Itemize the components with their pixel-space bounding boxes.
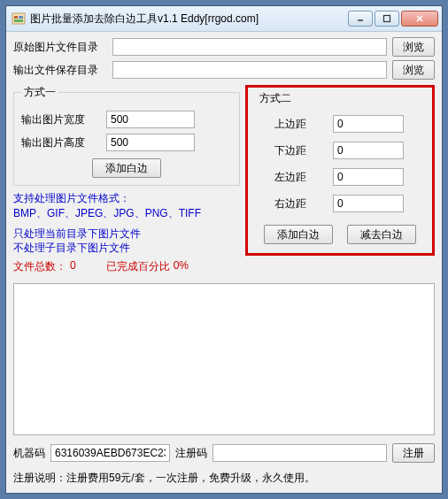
browse-output-button[interactable]: 浏览 — [392, 60, 435, 80]
supported-formats: 支持处理图片文件格式： BMP、GIF、JPEG、JPG、PNG、TIFF — [13, 191, 240, 221]
stats-row: 文件总数： 0 已完成百分比 0% — [13, 259, 240, 274]
method2-highlight-box: 方式二 上边距 下边距 左边距 右边距 — [245, 85, 435, 256]
titlebar: 图片批量添加去除白边工具v1.1 Eddy[rrgod.com] — [6, 6, 442, 32]
output-dir-input[interactable] — [112, 61, 387, 79]
bottom-margin-input[interactable] — [333, 142, 404, 159]
output-dir-row: 输出文件保存目录 浏览 — [13, 60, 435, 80]
out-width-label: 输出图片宽度 — [21, 112, 101, 127]
out-width-input[interactable] — [106, 111, 195, 128]
reg-code-label: 注册码 — [175, 446, 207, 461]
method1-add-border-button[interactable]: 添加白边 — [92, 158, 161, 178]
file-total-value: 0 — [70, 259, 76, 274]
method2-group: 方式二 上边距 下边距 左边距 右边距 — [251, 91, 429, 250]
svg-rect-5 — [384, 16, 390, 22]
note-line2: 不处理子目录下图片文件 — [13, 241, 240, 256]
maximize-button[interactable] — [375, 11, 399, 27]
left-margin-label: 左边距 — [274, 170, 328, 185]
support-line2: BMP、GIF、JPEG、JPG、PNG、TIFF — [13, 206, 240, 221]
registration-row: 机器码 注册码 注册 — [13, 443, 435, 463]
log-area — [13, 283, 435, 435]
method2-add-border-button[interactable]: 添加白边 — [264, 225, 333, 244]
registration-note: 注册说明：注册费用59元/套，一次注册，免费升级，永久使用。 — [13, 471, 435, 486]
right-margin-input[interactable] — [333, 195, 404, 212]
app-window: 图片批量添加去除白边工具v1.1 Eddy[rrgod.com] 原始图片文件目… — [5, 5, 443, 494]
done-pct-value: 0% — [174, 259, 189, 274]
right-margin-label: 右边距 — [274, 196, 328, 211]
svg-rect-1 — [14, 16, 18, 19]
processing-note: 只处理当前目录下图片文件 不处理子目录下图片文件 — [13, 226, 240, 257]
top-margin-label: 上边距 — [274, 117, 328, 132]
note-line1: 只处理当前目录下图片文件 — [13, 226, 240, 242]
reg-code-input[interactable] — [212, 444, 387, 462]
method1-legend: 方式一 — [21, 85, 58, 100]
support-line1: 支持处理图片文件格式： — [13, 191, 240, 206]
out-height-input[interactable] — [106, 134, 195, 151]
client-area: 原始图片文件目录 浏览 输出文件保存目录 浏览 方式一 输出图片宽度 输出图片高… — [6, 32, 442, 493]
output-dir-label: 输出文件保存目录 — [13, 63, 107, 78]
file-total-label: 文件总数： — [13, 259, 66, 274]
minimize-button[interactable] — [348, 11, 373, 27]
method1-group: 方式一 输出图片宽度 输出图片高度 添加白边 — [13, 85, 240, 186]
svg-rect-3 — [14, 19, 23, 22]
done-pct-label: 已完成百分比 — [106, 259, 170, 274]
window-controls — [348, 11, 438, 27]
bottom-margin-label: 下边距 — [274, 143, 328, 158]
source-dir-row: 原始图片文件目录 浏览 — [13, 37, 435, 57]
method2-remove-border-button[interactable]: 减去白边 — [347, 225, 416, 244]
machine-code-input[interactable] — [50, 444, 170, 462]
browse-source-button[interactable]: 浏览 — [392, 37, 435, 57]
method2-legend: 方式二 — [257, 91, 294, 106]
left-margin-input[interactable] — [333, 168, 404, 186]
svg-rect-2 — [19, 16, 23, 19]
machine-code-label: 机器码 — [13, 446, 45, 461]
window-title: 图片批量添加去除白边工具v1.1 Eddy[rrgod.com] — [30, 12, 348, 27]
out-height-label: 输出图片高度 — [21, 135, 101, 150]
register-button[interactable]: 注册 — [392, 443, 435, 463]
source-dir-input[interactable] — [112, 38, 387, 56]
top-margin-input[interactable] — [333, 115, 404, 133]
app-icon — [12, 12, 26, 26]
log-textarea[interactable] — [13, 283, 435, 435]
source-dir-label: 原始图片文件目录 — [13, 40, 107, 55]
close-button[interactable] — [401, 11, 438, 27]
